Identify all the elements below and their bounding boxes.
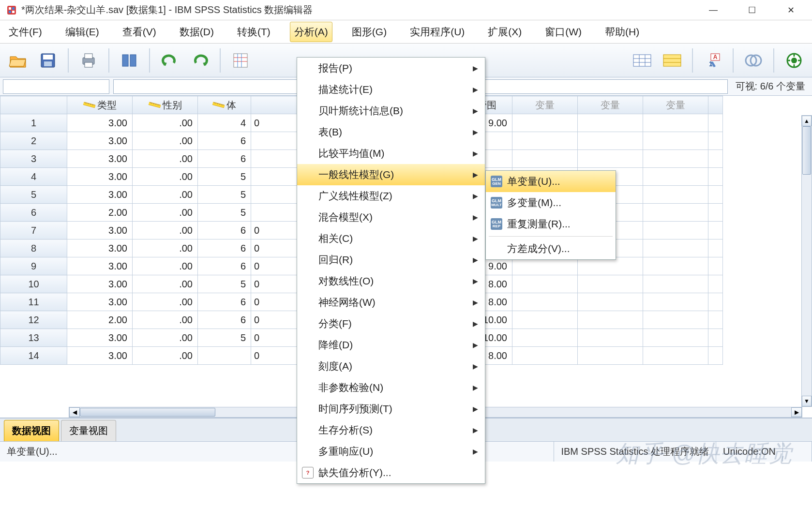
cell[interactable] bbox=[643, 347, 708, 365]
menu-utilities[interactable]: 实用程序(U) bbox=[406, 22, 468, 42]
menu-file[interactable]: 文件(F) bbox=[5, 22, 46, 42]
cell[interactable] bbox=[512, 114, 578, 132]
cell[interactable]: 5 bbox=[198, 275, 251, 293]
cell[interactable]: 5 bbox=[198, 204, 251, 222]
cell[interactable]: 3.00 bbox=[67, 222, 133, 239]
cell[interactable]: 3.00 bbox=[67, 150, 133, 168]
cell[interactable] bbox=[643, 186, 708, 204]
cell[interactable]: .00 bbox=[133, 329, 198, 347]
row-header[interactable]: 9 bbox=[0, 257, 67, 275]
cell[interactable]: .00 bbox=[133, 114, 198, 132]
cell[interactable]: 2.00 bbox=[67, 204, 133, 222]
analyze-item[interactable]: 刻度(A)▶ bbox=[297, 356, 485, 377]
vertical-scrollbar[interactable]: ▲ ▼ bbox=[801, 115, 812, 407]
analyze-item[interactable]: 时间序列预测(T)▶ bbox=[297, 398, 485, 419]
analyze-item[interactable]: 多重响应(U)▶ bbox=[297, 441, 485, 462]
cell[interactable]: .00 bbox=[133, 150, 198, 168]
cell[interactable]: 3.00 bbox=[67, 239, 133, 257]
minimize-button[interactable]: ― bbox=[704, 3, 723, 17]
col-header-empty3[interactable]: 变量 bbox=[643, 96, 708, 114]
menu-graphs[interactable]: 图形(G) bbox=[348, 22, 391, 42]
cell[interactable] bbox=[512, 347, 578, 365]
cell[interactable]: .00 bbox=[133, 204, 198, 222]
menu-help[interactable]: 帮助(H) bbox=[601, 22, 643, 42]
cell[interactable]: 3.00 bbox=[67, 168, 133, 186]
corner-cell[interactable] bbox=[0, 96, 67, 114]
row-header[interactable]: 13 bbox=[0, 329, 67, 347]
cell[interactable]: 5 bbox=[198, 186, 251, 204]
menu-extensions[interactable]: 扩展(X) bbox=[484, 22, 526, 42]
cell[interactable] bbox=[643, 222, 708, 239]
analyze-item[interactable]: 回归(R)▶ bbox=[297, 249, 485, 270]
cell[interactable] bbox=[578, 347, 643, 365]
cell[interactable]: 6 bbox=[198, 293, 251, 311]
row-header[interactable]: 8 bbox=[0, 239, 67, 257]
close-button[interactable]: ✕ bbox=[781, 3, 800, 17]
cell[interactable]: 6 bbox=[198, 257, 251, 275]
variables-button[interactable] bbox=[629, 47, 655, 74]
cell[interactable]: 4 bbox=[198, 114, 251, 132]
row-header[interactable]: 2 bbox=[0, 132, 67, 150]
scroll-left-button[interactable]: ◀ bbox=[69, 407, 80, 417]
cell[interactable]: 3.00 bbox=[67, 132, 133, 150]
cell[interactable] bbox=[578, 257, 643, 275]
hscroll-thumb[interactable] bbox=[80, 408, 215, 417]
analyze-item[interactable]: 比较平均值(M)▶ bbox=[297, 143, 485, 164]
cell[interactable]: .00 bbox=[133, 186, 198, 204]
cell[interactable] bbox=[512, 150, 578, 168]
menu-view[interactable]: 查看(V) bbox=[119, 22, 160, 42]
cell[interactable] bbox=[198, 347, 251, 365]
run-button[interactable] bbox=[781, 47, 807, 74]
col-header-sex[interactable]: 📏性别 bbox=[133, 96, 198, 114]
cell[interactable] bbox=[643, 204, 708, 222]
row-header[interactable]: 7 bbox=[0, 222, 67, 239]
scroll-right-button[interactable]: ▶ bbox=[791, 407, 802, 417]
col-header-empty1[interactable]: 变量 bbox=[512, 96, 578, 114]
cell[interactable] bbox=[643, 239, 708, 257]
cell[interactable]: .00 bbox=[133, 168, 198, 186]
recall-dialog-button[interactable] bbox=[116, 47, 142, 74]
value-labels-button[interactable]: A1 bbox=[700, 47, 726, 74]
cell[interactable]: 3.00 bbox=[67, 293, 133, 311]
scroll-down-button[interactable]: ▼ bbox=[802, 396, 812, 406]
glm-item[interactable]: GLMGEN单变量(U)... bbox=[486, 171, 616, 192]
maximize-button[interactable]: ☐ bbox=[742, 3, 762, 17]
cell[interactable]: 6 bbox=[198, 222, 251, 239]
cell[interactable]: 5 bbox=[198, 329, 251, 347]
cell[interactable]: 5 bbox=[198, 168, 251, 186]
row-header[interactable]: 14 bbox=[0, 347, 67, 365]
analyze-item[interactable]: 表(B)▶ bbox=[297, 121, 485, 143]
cell[interactable] bbox=[512, 257, 578, 275]
col-header-type[interactable]: 📏类型 bbox=[67, 96, 133, 114]
menu-analyze[interactable]: 分析(A) bbox=[290, 22, 332, 42]
menu-window[interactable]: 窗口(W) bbox=[541, 22, 586, 42]
row-header[interactable]: 3 bbox=[0, 150, 67, 168]
row-header[interactable]: 1 bbox=[0, 114, 67, 132]
cell[interactable] bbox=[578, 293, 643, 311]
menu-data[interactable]: 数据(D) bbox=[176, 22, 218, 42]
analyze-item[interactable]: 广义线性模型(Z)▶ bbox=[297, 185, 485, 207]
redo-button[interactable] bbox=[187, 47, 213, 74]
cell[interactable]: 3.00 bbox=[67, 186, 133, 204]
glm-item[interactable]: 方差成分(V)... bbox=[486, 238, 616, 259]
analyze-item[interactable]: 贝叶斯统计信息(B)▶ bbox=[297, 100, 485, 121]
cell[interactable]: 3.00 bbox=[67, 329, 133, 347]
cell[interactable] bbox=[643, 275, 708, 293]
cell[interactable]: .00 bbox=[133, 293, 198, 311]
cell[interactable] bbox=[512, 132, 578, 150]
analyze-item[interactable]: 报告(P)▶ bbox=[297, 58, 485, 79]
cell[interactable]: .00 bbox=[133, 239, 198, 257]
cell[interactable] bbox=[643, 257, 708, 275]
cell[interactable] bbox=[512, 329, 578, 347]
glm-item[interactable]: GLMMULT多变量(M)... bbox=[486, 192, 616, 213]
tab-data-view[interactable]: 数据视图 bbox=[4, 420, 59, 441]
cell[interactable] bbox=[578, 275, 643, 293]
col-header-empty2[interactable]: 变量 bbox=[578, 96, 643, 114]
cell[interactable] bbox=[643, 150, 708, 168]
print-button[interactable] bbox=[75, 47, 102, 74]
use-sets-button[interactable] bbox=[740, 47, 767, 74]
cell[interactable] bbox=[643, 329, 708, 347]
row-header[interactable]: 5 bbox=[0, 186, 67, 204]
cell[interactable]: .00 bbox=[133, 347, 198, 365]
cell[interactable]: 6 bbox=[198, 150, 251, 168]
